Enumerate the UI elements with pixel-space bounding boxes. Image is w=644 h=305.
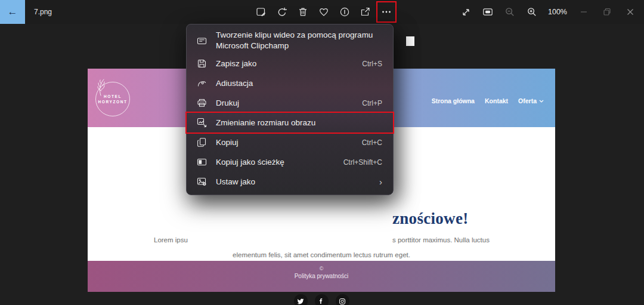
website-nav: Strona główna Kontakt Oferta xyxy=(432,97,544,104)
nav-link-home: Strona główna xyxy=(432,97,475,104)
delete-button[interactable] xyxy=(296,4,310,20)
logo-text-line2: HORYZONT xyxy=(98,100,127,104)
menu-item-copy-as-path[interactable]: Kopiuj jako ścieżkę Ctrl+Shift+C xyxy=(187,152,393,172)
twitter-icon xyxy=(294,294,308,305)
printer-icon xyxy=(197,98,207,108)
menu-item-shortcut: Ctrl+Shift+C xyxy=(343,158,382,167)
website-heading-fragment: znościowe! xyxy=(392,210,468,228)
website-footer: © Polityka prywatności xyxy=(88,261,555,292)
back-button[interactable]: ← xyxy=(0,0,25,24)
menu-item-copy[interactable]: Kopiuj Ctrl+C xyxy=(187,133,393,152)
close-window-button[interactable] xyxy=(623,4,638,20)
zoom-in-icon[interactable] xyxy=(525,4,539,20)
favorite-heart-button[interactable] xyxy=(317,4,331,20)
menu-item-label: Adiustacja xyxy=(216,78,374,89)
zoom-level-label: 100% xyxy=(547,8,568,16)
toolbar: ← 7.png xyxy=(0,0,644,24)
menu-item-label: Tworzenie klipu wideo za pomocą programu… xyxy=(216,30,374,51)
menu-item-label: Kopiuj xyxy=(216,137,354,148)
menu-item-label: Zapisz jako xyxy=(216,58,354,69)
submenu-chevron-icon: › xyxy=(379,177,382,186)
minimize-button[interactable] xyxy=(576,4,592,20)
copy-path-icon xyxy=(197,157,207,167)
nav-link-contact: Kontakt xyxy=(485,97,508,104)
chevron-down-icon xyxy=(539,100,544,103)
filename-label: 7.png xyxy=(34,0,52,24)
restore-window-button[interactable] xyxy=(599,4,615,20)
fit-to-screen-icon[interactable] xyxy=(481,4,495,20)
toolbar-right-group: 100% xyxy=(459,0,638,24)
markup-pen-icon xyxy=(197,78,207,88)
share-button[interactable] xyxy=(358,4,373,20)
menu-item-resize-image[interactable]: Zmienianie rozmiaru obrazu xyxy=(187,113,393,133)
toolbar-center-group xyxy=(254,0,394,24)
paragraph-fragment-left: Lorem ipsu xyxy=(154,236,188,244)
menu-item-shortcut: Ctrl+S xyxy=(362,60,382,68)
menu-item-label: Drukuj xyxy=(216,98,354,109)
paragraph-line2: elementum felis, sit amet condimentum le… xyxy=(88,251,555,258)
clipchamp-icon xyxy=(197,36,207,46)
photos-app-window: HOTEL HORYZONT Strona główna Kontakt Ofe… xyxy=(0,0,644,305)
info-button[interactable] xyxy=(338,4,352,20)
menu-item-label: Zmienianie rozmiaru obrazu xyxy=(216,118,374,128)
rotate-button[interactable] xyxy=(275,4,289,20)
hotel-logo: HOTEL HORYZONT xyxy=(95,82,130,116)
facebook-icon xyxy=(315,294,329,305)
menu-item-shortcut: Ctrl+C xyxy=(362,138,382,147)
menu-item-shortcut: Ctrl+P xyxy=(362,99,382,107)
more-button[interactable] xyxy=(379,4,394,20)
save-icon xyxy=(197,58,207,69)
privacy-policy-link: Polityka prywatności xyxy=(295,273,349,279)
menu-item-label: Kopiuj jako ścieżkę xyxy=(216,157,335,168)
social-icons-row xyxy=(88,294,555,305)
nav-link-offer: Oferta xyxy=(518,97,544,104)
white-artifact xyxy=(406,36,414,46)
resize-image-icon xyxy=(197,118,207,128)
more-button-highlight-box xyxy=(379,4,394,20)
more-options-menu: Tworzenie klipu wideo za pomocą programu… xyxy=(186,24,394,195)
zoom-out-icon[interactable] xyxy=(503,4,517,20)
edit-image-button[interactable] xyxy=(254,4,268,20)
menu-item-set-as[interactable]: Ustaw jako › xyxy=(187,172,393,192)
copy-icon xyxy=(197,137,207,147)
menu-item-clipchamp[interactable]: Tworzenie klipu wideo za pomocą programu… xyxy=(187,27,393,54)
menu-item-print[interactable]: Drukuj Ctrl+P xyxy=(187,93,393,113)
menu-item-label: Ustaw jako xyxy=(216,177,371,187)
set-as-icon xyxy=(197,177,207,187)
copyright-symbol: © xyxy=(320,266,324,272)
menu-item-save-as[interactable]: Zapisz jako Ctrl+S xyxy=(187,54,393,73)
fullscreen-icon[interactable] xyxy=(459,4,473,20)
instagram-icon xyxy=(336,294,349,305)
menu-item-markup[interactable]: Adiustacja xyxy=(187,73,393,93)
leaf-icon xyxy=(92,78,110,97)
paragraph-fragment-right: s porttitor maximus. Nulla luctus xyxy=(392,236,490,244)
